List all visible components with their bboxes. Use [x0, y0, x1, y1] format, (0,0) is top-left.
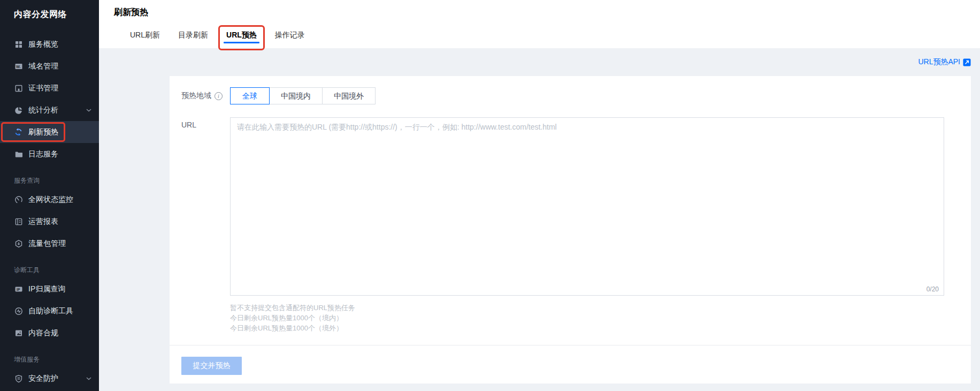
- sidebar-section-header: 服务查询: [0, 172, 99, 189]
- main-header: 刷新预热 URL刷新 目录刷新 URL预热 操作记录: [99, 0, 980, 48]
- sidebar-section-header: 增值服务: [0, 351, 99, 367]
- diagnose-icon: [14, 306, 23, 315]
- shield-icon: [14, 374, 23, 383]
- sidebar: 内容分发网络 服务概览 W. 域名管理 证书管理 统计分析: [0, 0, 99, 391]
- tab-operation-records[interactable]: 操作记录: [275, 22, 305, 48]
- sidebar-item-ip-lookup[interactable]: IP IP归属查询: [0, 278, 99, 300]
- grid-icon: [14, 40, 23, 49]
- tab-label: URL刷新: [130, 31, 160, 40]
- ip-icon: IP: [14, 284, 23, 294]
- sidebar-title: 内容分发网络: [0, 0, 99, 33]
- main-area: 刷新预热 URL刷新 目录刷新 URL预热 操作记录: [99, 0, 980, 391]
- tab-url-prefetch[interactable]: URL预热: [226, 22, 257, 48]
- sidebar-item-label: 刷新预热: [28, 127, 58, 137]
- card-footer: 提交并预热: [170, 345, 971, 375]
- sidebar-item-label: 运营报表: [28, 217, 58, 227]
- url-textarea-wrap: 0/20: [230, 117, 944, 297]
- submit-prefetch-button[interactable]: 提交并预热: [181, 357, 242, 375]
- region-control: 全球 中国境内 中国境外: [230, 87, 944, 104]
- tab-label: 操作记录: [275, 31, 305, 40]
- region-label: 预热地域: [181, 91, 211, 101]
- svg-text:W.: W.: [16, 64, 21, 69]
- gauge-icon: [14, 195, 23, 204]
- cdn-console: 内容分发网络 服务概览 W. 域名管理 证书管理 统计分析: [0, 0, 980, 391]
- image-icon: [14, 328, 23, 337]
- api-link-row: URL预热API: [99, 48, 980, 76]
- url-row: URL 0/20 暂不支持提交包含通配符的URL预热任务 今日剩余URL预热量1…: [181, 117, 944, 333]
- sidebar-item-traffic-package[interactable]: 流量包管理: [0, 232, 99, 254]
- tab-label: URL预热: [226, 31, 257, 40]
- sidebar-section-header: 诊断工具: [0, 262, 99, 278]
- region-option-global[interactable]: 全球: [230, 87, 270, 104]
- sidebar-item-statistics[interactable]: 统计分析: [0, 99, 99, 121]
- url-control: 0/20 暂不支持提交包含通配符的URL预热任务 今日剩余URL预热量1000个…: [230, 117, 944, 333]
- certificate-icon: [14, 84, 23, 93]
- folder-icon: [14, 149, 23, 159]
- sidebar-item-content-compliance[interactable]: 内容合规: [0, 322, 99, 344]
- url-textarea[interactable]: [230, 117, 944, 296]
- chevron-down-icon: [86, 377, 91, 380]
- active-tab-underline: [224, 42, 259, 43]
- form-hints: 暂不支持提交包含通配符的URL预热任务 今日剩余URL预热量1000个（境内） …: [230, 303, 944, 333]
- sidebar-item-label: 流量包管理: [28, 239, 66, 249]
- report-icon: [14, 217, 23, 226]
- domain-icon: W.: [14, 62, 23, 71]
- url-label: URL: [181, 117, 230, 333]
- sidebar-item-label: 统计分析: [28, 106, 58, 115]
- sidebar-item-label: 日志服务: [28, 149, 58, 159]
- sidebar-item-label: 服务概览: [28, 40, 58, 49]
- region-button-group: 全球 中国境内 中国境外: [230, 87, 376, 104]
- sidebar-item-label: 内容合规: [28, 328, 58, 338]
- tab-directory-refresh[interactable]: 目录刷新: [178, 22, 208, 48]
- sidebar-item-refresh-prefetch[interactable]: 刷新预热: [0, 121, 99, 143]
- svg-text:IP: IP: [17, 287, 20, 291]
- sidebar-item-domain-management[interactable]: W. 域名管理: [0, 55, 99, 77]
- sidebar-item-label: 全网状态监控: [28, 195, 73, 205]
- sidebar-item-network-status-monitor[interactable]: 全网状态监控: [0, 189, 99, 210]
- info-icon[interactable]: i: [215, 92, 223, 100]
- chevron-down-icon: [86, 109, 91, 112]
- region-option-outside-china[interactable]: 中国境外: [322, 87, 376, 104]
- sidebar-item-certificate-management[interactable]: 证书管理: [0, 77, 99, 99]
- sidebar-item-security-protection[interactable]: 安全防护: [0, 367, 99, 389]
- sidebar-item-label: IP归属查询: [28, 284, 65, 294]
- pie-chart-icon: [14, 106, 23, 115]
- region-option-china-mainland[interactable]: 中国境内: [269, 87, 323, 104]
- sidebar-item-label: 自助诊断工具: [28, 306, 73, 316]
- region-label-wrap: 预热地域 i: [181, 87, 230, 104]
- tab-label: 目录刷新: [178, 31, 208, 40]
- sidebar-item-label: 安全防护: [28, 374, 58, 384]
- url-counter: 0/20: [927, 285, 939, 293]
- page-title: 刷新预热: [99, 0, 980, 22]
- prefetch-form: 预热地域 i 全球 中国境内 中国境外 URL: [170, 76, 971, 345]
- hint-line: 暂不支持提交包含通配符的URL预热任务: [230, 303, 944, 313]
- refresh-icon: [14, 127, 23, 137]
- external-link-icon: [963, 58, 971, 66]
- sidebar-item-service-overview[interactable]: 服务概览: [0, 33, 99, 55]
- hint-line: 今日剩余URL预热量1000个（境内）: [230, 313, 944, 323]
- sidebar-item-label: 域名管理: [28, 62, 58, 71]
- prefetch-form-card: 预热地域 i 全球 中国境内 中国境外 URL: [170, 76, 971, 384]
- tab-bar: URL刷新 目录刷新 URL预热 操作记录: [99, 22, 980, 48]
- url-prefetch-api-link[interactable]: URL预热API: [918, 57, 971, 67]
- sidebar-item-log-service[interactable]: 日志服务: [0, 143, 99, 165]
- sidebar-item-label: 证书管理: [28, 84, 58, 93]
- sidebar-item-operation-report[interactable]: 运营报表: [0, 210, 99, 232]
- package-icon: [14, 239, 23, 248]
- sidebar-item-self-diagnosis[interactable]: 自助诊断工具: [0, 300, 99, 322]
- content-area: URL预热API 预热地域 i 全球: [99, 48, 980, 391]
- hint-line: 今日剩余URL预热量1000个（境外）: [230, 323, 944, 333]
- region-row: 预热地域 i 全球 中国境内 中国境外: [181, 87, 944, 104]
- api-link-label: URL预热API: [918, 57, 960, 67]
- tab-url-refresh[interactable]: URL刷新: [130, 22, 160, 48]
